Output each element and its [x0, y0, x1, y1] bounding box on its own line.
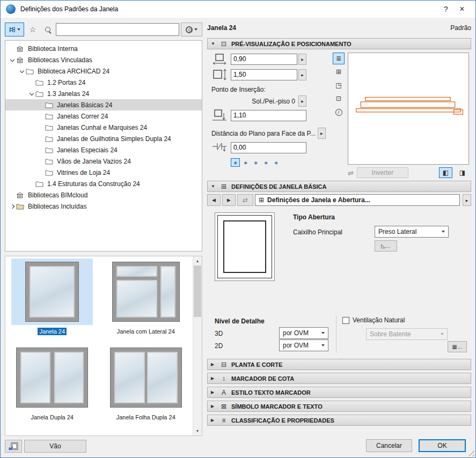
expand-chevron-icon[interactable] [9, 205, 16, 208]
detail-3d-dropdown[interactable]: por OVM [279, 327, 328, 339]
preview-mode-elevation-button[interactable]: ≣ [333, 53, 345, 64]
plane-distance-input[interactable] [231, 142, 306, 153]
dimension-marker-icon: ↕ [219, 375, 228, 382]
expand-chevron-icon[interactable] [9, 59, 16, 61]
preview-mode-plan-button[interactable]: ⊞ [333, 66, 345, 78]
anchor-toggle-2[interactable]: ∗ [241, 158, 250, 167]
object-preview-viewport[interactable] [348, 53, 469, 165]
folder-icon [45, 158, 55, 165]
tree-item-biblioteca-archicad-24[interactable]: Biblioteca ARCHICAD 24 [5, 65, 202, 77]
library-toolbar: ☆ [5, 22, 202, 37]
tree-item-janelas-guilhotina-24[interactable]: Janelas de Guilhotina Simples Dupla 24 [5, 133, 202, 144]
tree-item-biblioteca-interna[interactable]: Biblioteca Interna [5, 43, 202, 54]
invert-button[interactable]: Inverter [357, 167, 408, 178]
sash-shape-button[interactable]: ◺… [375, 240, 397, 252]
window-preview-image [25, 262, 79, 322]
thumbnail-janela-24[interactable]: Janela 24 [5, 258, 99, 344]
tree-item-janelas-cunhal-24[interactable]: Janelas Cunhal e Marquises 24 [5, 122, 202, 133]
preview-mode-info-button[interactable]: i [333, 106, 345, 118]
section-simbolo-marcador-texto[interactable]: ▶ ⊠ SÍMBOLO MARCADOR E TEXTO [207, 401, 471, 412]
search-button[interactable] [41, 23, 54, 36]
linked-library-icon [16, 57, 26, 63]
orientation-right-button[interactable]: ◨ [456, 167, 469, 178]
main-sash-dropdown[interactable]: Preso Lateral [375, 226, 449, 238]
tree-item-janelas-basicas-24[interactable]: Janelas Básicas 24 [5, 99, 202, 110]
settings-page-selector[interactable]: ⊞ Definições de Janela e Abertura... [255, 194, 460, 206]
favorites-button[interactable]: ☆ [26, 23, 40, 36]
bimcloud-library-icon [16, 192, 26, 198]
tree-item-janelas-correr-24[interactable]: Janelas Correr 24 [5, 110, 202, 122]
tree-item-vaos-janela-vazios-24[interactable]: Vãos de Janela Vazios 24 [5, 156, 202, 167]
preview-mode-3d-button[interactable]: ◳ [333, 79, 345, 91]
help-button[interactable]: ? [438, 3, 454, 16]
opening-symbol-preview [215, 212, 275, 281]
section-basic-window-settings[interactable]: ▼ ⊞ DEFINIÇÕES DE JANELA BÁSICA [207, 181, 471, 192]
anchor-flyout-button[interactable]: ▶ [298, 95, 306, 107]
ventilation-settings-button[interactable]: ▦… [448, 341, 467, 352]
window-preview-image [16, 348, 88, 408]
page-selector-flyout-button[interactable]: ▶ [463, 194, 471, 206]
expand-chevron-icon[interactable] [18, 70, 26, 72]
thumbnail-scrollbar[interactable]: ▲ ▼ [193, 256, 202, 435]
width-input[interactable] [231, 54, 297, 65]
detail-2d-dropdown[interactable]: por OVM [279, 339, 328, 351]
thumbnail-label: Janela 24 [38, 328, 67, 335]
height-input[interactable] [231, 69, 297, 80]
anchor-toggle-5[interactable]: ∗ [272, 158, 281, 167]
tree-item-portas-24[interactable]: 1.2 Portas 24 [5, 77, 202, 88]
section-estilo-texto-marcador[interactable]: ▶ A ESTILO TEXTO MARCADOR [207, 387, 471, 398]
anchor-level-value[interactable]: Sol./Pei.-piso 0 [231, 98, 297, 105]
section-classificacao-propriedades[interactable]: ▶ ≡ CLASSIFICAÇÃO E PROPRIEDADES [207, 415, 471, 426]
anchor-toggle-1[interactable]: ∗ [231, 158, 240, 167]
expand-chevron-icon[interactable] [28, 93, 35, 95]
scroll-up-icon[interactable]: ▲ [193, 256, 202, 265]
search-input[interactable] [56, 23, 179, 36]
distance-flyout-button[interactable]: ▶ [318, 128, 326, 139]
sill-height-input[interactable] [231, 110, 306, 121]
tree-item-bibliotecas-vinculadas[interactable]: Bibliotecas Vinculadas [5, 54, 202, 65]
thumbnail-janela-dupla-24[interactable]: Janela Dupla 24 [5, 344, 99, 430]
anchor-toggle-3[interactable]: ∗ [251, 158, 260, 167]
tree-item-bibliotecas-incluidas[interactable]: Bibliotecas Incluídas [5, 201, 202, 212]
section-planta-e-corte[interactable]: ▶ ⊟ PLANTA E CORTE [207, 359, 471, 370]
ventilation-type-dropdown: Sobre Batente [366, 328, 448, 340]
library-settings-button[interactable] [181, 23, 202, 36]
page-back-button[interactable]: ◀ [207, 194, 221, 206]
width-dimension-icon [211, 53, 231, 65]
close-button[interactable]: × [454, 3, 470, 16]
window-preview-image [112, 262, 180, 322]
tree-item-bibliotecas-bimcloud[interactable]: Bibliotecas BIMcloud [5, 189, 202, 201]
height-flyout-button[interactable]: ▶ [298, 69, 306, 80]
page-forward-button[interactable]: ▶ [222, 194, 236, 206]
scroll-down-icon[interactable]: ▼ [193, 426, 202, 435]
plane-distance-icon [211, 141, 231, 154]
tree-item-vitrines-loja-24[interactable]: Vitrines de Loja 24 [5, 167, 202, 178]
ok-button[interactable]: OK [419, 439, 466, 452]
section-marcador-de-cota[interactable]: ▶ ↕ MARCADOR DE COTA [207, 373, 471, 384]
anchor-toggle-4[interactable]: ∗ [261, 158, 270, 167]
transfer-settings-button[interactable]: ⇄ [237, 194, 253, 206]
dialog-title: Definições dos Padrões da Janela [20, 5, 438, 13]
opening-type-label: Tipo Abertura [293, 213, 335, 221]
width-flyout-button[interactable]: ▶ [298, 54, 306, 65]
section-collapsed-icon: ▶ [211, 404, 216, 409]
scrollbar-thumb[interactable] [194, 265, 201, 317]
thumbnail-label: Janela Dupla 24 [29, 413, 75, 421]
detail-2d-label: 2D [215, 342, 223, 350]
place-opening-button[interactable] [5, 440, 22, 453]
library-footer: Vão [5, 439, 202, 453]
natural-ventilation-checkbox[interactable] [342, 317, 349, 324]
preview-mode-section-button[interactable]: ⊡ [333, 93, 345, 105]
cancel-button[interactable]: Cancelar [366, 439, 412, 452]
thumbnail-janela-folha-dupla-24[interactable]: Janela Folha Dupla 24 [99, 344, 193, 430]
orientation-left-button[interactable]: ◧ [439, 167, 452, 178]
dialog-footer: Cancelar OK [207, 438, 471, 453]
vao-button[interactable]: Vão [24, 440, 86, 453]
tree-item-estruturas-construcao-24[interactable]: 1.4 Estruturas da Construção 24 [5, 178, 202, 189]
tree-item-janelas-24[interactable]: 1.3 Janelas 24 [5, 88, 202, 99]
section-preview-positioning[interactable]: ▼ ⊡ PRÉ-VISUALIZAÇÃO E POSICIONAMENTO [207, 38, 471, 49]
library-view-mode-button[interactable] [5, 23, 24, 36]
tree-item-janelas-especiais-24[interactable]: Janelas Especiais 24 [5, 144, 202, 156]
marker-symbol-icon: ⊠ [219, 403, 228, 410]
thumbnail-janela-com-lateral-24[interactable]: Janela com Lateral 24 [99, 258, 193, 344]
